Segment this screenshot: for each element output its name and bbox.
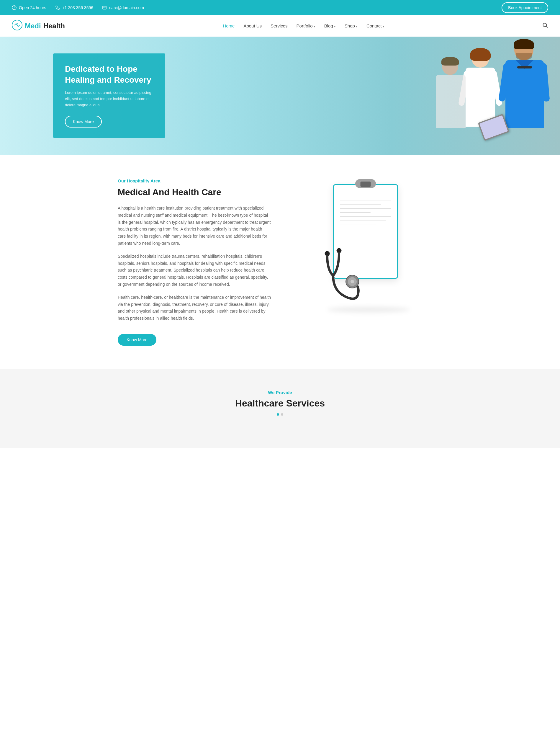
hospitality-title: Medical And Health Care <box>118 187 271 197</box>
email-icon <box>102 5 107 10</box>
services-section: We Provide Healthcare Services <box>0 369 560 448</box>
top-bar-left: Open 24 hours +1 203 356 3596 care@domai… <box>12 5 144 10</box>
nav-link-shop[interactable]: Shop <box>345 23 355 28</box>
hero-image-area <box>224 37 560 155</box>
hospitality-cta-button[interactable]: Know More <box>118 334 156 346</box>
svg-rect-1 <box>103 6 106 9</box>
services-subtitle: We Provide <box>12 390 548 395</box>
nav-link-about[interactable]: About Us <box>243 23 262 28</box>
nav-item-home[interactable]: Home <box>223 23 235 29</box>
hospitality-para-3: Health care, health-care, or healthcare … <box>118 294 271 322</box>
clock-icon <box>12 5 17 10</box>
email-item: care@domain.com <box>102 5 144 10</box>
nav-link-home[interactable]: Home <box>223 23 235 28</box>
services-title: Healthcare Services <box>12 398 548 409</box>
logo-medi: Medi <box>25 22 41 30</box>
person-third <box>433 48 469 155</box>
email-text: care@domain.com <box>109 5 144 10</box>
nav-item-about[interactable]: About Us <box>243 23 262 29</box>
phone-item: +1 203 356 3596 <box>55 5 94 10</box>
nav-link-blog[interactable]: Blog <box>324 23 333 28</box>
hours-item: Open 24 hours <box>12 5 46 10</box>
hero-content: Dedicated to Hope Healing and Recovery L… <box>53 53 165 137</box>
services-spacer <box>12 416 548 433</box>
nav-links: Home About Us Services Portfolio Blog Sh… <box>223 23 384 29</box>
stethoscope <box>310 246 374 314</box>
phone-icon <box>55 5 60 10</box>
navbar: MediHealth Home About Us Services Portfo… <box>0 15 560 37</box>
hero-section: Dedicated to Hope Healing and Recovery L… <box>0 37 560 155</box>
nav-item-shop[interactable]: Shop <box>345 23 358 29</box>
logo-health: Health <box>43 22 65 30</box>
hospitality-right <box>289 178 442 308</box>
book-appointment-button[interactable]: Book Appointment <box>502 2 548 13</box>
logo-icon <box>12 20 22 32</box>
nav-link-services[interactable]: Services <box>271 23 288 28</box>
hospitality-subtitle: Our Hospitality Area <box>118 178 271 183</box>
hospitality-section: Our Hospitality Area Medical And Health … <box>0 155 560 369</box>
hospitality-container: Our Hospitality Area Medical And Health … <box>118 178 442 346</box>
phone-text: +1 203 356 3596 <box>62 5 94 10</box>
clipboard-shadow <box>327 307 410 312</box>
nav-item-services[interactable]: Services <box>271 23 288 29</box>
hospitality-para-2: Specialized hospitals include trauma cen… <box>118 253 271 288</box>
hospitality-left: Our Hospitality Area Medical And Health … <box>118 178 271 346</box>
carousel-dot-1[interactable] <box>277 413 279 416</box>
nav-link-portfolio[interactable]: Portfolio <box>297 23 313 28</box>
nav-item-contact[interactable]: Contact <box>366 23 384 29</box>
hero-description: Lorem ipsum dolor sit amet, consectetur … <box>65 90 153 108</box>
hours-text: Open 24 hours <box>19 5 46 10</box>
hospitality-para-1: A hospital is a health care institution … <box>118 205 271 247</box>
search-icon[interactable] <box>542 22 548 30</box>
hero-title: Dedicated to Hope Healing and Recovery <box>65 64 153 85</box>
svg-point-8 <box>351 280 354 283</box>
clipboard-clip <box>361 181 371 187</box>
hero-cta-button[interactable]: Know More <box>65 116 102 127</box>
person-male <box>501 37 548 155</box>
top-bar: Open 24 hours +1 203 356 3596 care@domai… <box>0 0 560 15</box>
medical-illustration <box>315 178 416 308</box>
carousel-dot-2[interactable] <box>281 413 283 416</box>
nav-item-blog[interactable]: Blog <box>324 23 336 29</box>
nav-link-contact[interactable]: Contact <box>366 23 382 28</box>
services-divider <box>12 413 548 416</box>
nav-item-portfolio[interactable]: Portfolio <box>297 23 315 29</box>
logo: MediHealth <box>12 20 65 32</box>
